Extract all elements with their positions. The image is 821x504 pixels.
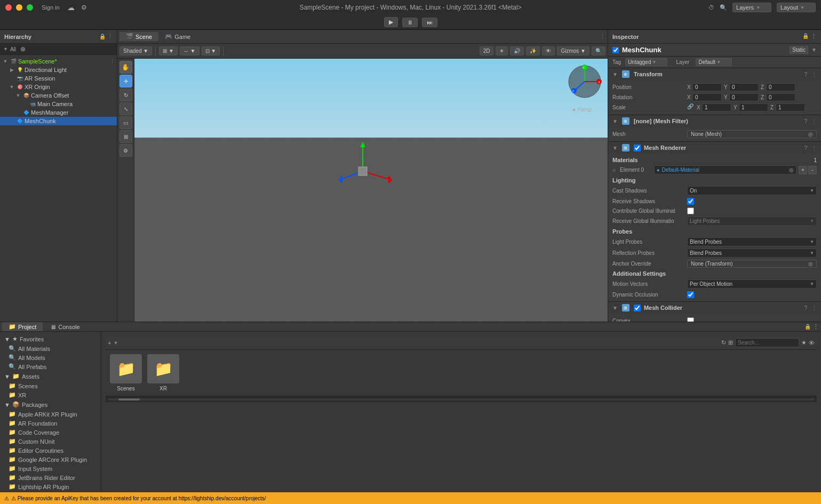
scene-tab[interactable]: 🎬 Scene (119, 32, 158, 41)
minimize-button[interactable] (16, 4, 22, 11)
eye-icon[interactable]: 👁 (809, 340, 815, 346)
mesh-renderer-header[interactable]: ▼ ⊞ Mesh Renderer ? ⋮ (608, 142, 821, 154)
mesh-value[interactable]: None (Mesh) ◎ (687, 130, 817, 138)
rotation-z-input[interactable] (766, 93, 795, 101)
editor-coroutines-item[interactable]: 📁 Editor Coroutines (0, 446, 101, 455)
input-system-item[interactable]: 📁 Input System (0, 464, 101, 473)
anchor-override-value[interactable]: None (Transform) ◎ (687, 260, 817, 268)
lock-icon[interactable]: 🔒 (802, 33, 809, 40)
play-button[interactable]: ▶ (384, 17, 398, 27)
settings-icon[interactable]: ⋮ (811, 305, 817, 311)
element0-value[interactable]: ● Default-Material ◎ (654, 165, 796, 174)
refresh-icon[interactable]: ↻ (721, 339, 726, 346)
assets-group[interactable]: ▼ 📁 Assets (0, 371, 101, 381)
search-scene[interactable]: 🔍 (592, 46, 605, 55)
favorites-group[interactable]: ▼ ★ Favorites (0, 334, 101, 344)
lock-icon[interactable]: 🔒 (99, 34, 106, 39)
position-z-input[interactable] (766, 83, 795, 91)
search-icon[interactable]: 🔍 (720, 4, 727, 11)
all-label[interactable]: All (10, 46, 16, 52)
scale-y-input[interactable] (739, 103, 768, 111)
static-dropdown[interactable]: ▼ (811, 47, 817, 53)
xr-item[interactable]: 📁 XR (0, 390, 101, 399)
reflection-probes-dropdown[interactable]: Blend Probes ▼ (687, 249, 817, 258)
more-icon[interactable]: ⋮ (811, 33, 817, 40)
light-probes-dropdown[interactable]: Blend Probes ▼ (687, 237, 817, 246)
more-icon[interactable]: ⋮ (813, 323, 819, 330)
scene-viewport[interactable]: ✋ ✛ ↻ ⤡ ▭ ⊞ ⚙ (117, 59, 608, 322)
mesh-collider-toggle[interactable] (634, 305, 641, 311)
game-tab[interactable]: 🎮 Game (158, 32, 197, 41)
dynamic-occlusion-checkbox[interactable] (687, 291, 694, 298)
toggle-2d[interactable]: 2D (480, 46, 494, 55)
contribute-gi-checkbox[interactable] (687, 207, 694, 214)
static-button[interactable]: Static (790, 46, 808, 54)
add-icon[interactable]: + (108, 340, 111, 346)
tag-dropdown[interactable]: Untagged ▼ (625, 58, 667, 66)
hierarchy-item-samplescene[interactable]: ▼ 🎬 SampleScene* ⋮ (0, 57, 117, 66)
assets-scrollbar[interactable] (106, 396, 817, 402)
transform-header[interactable]: ▼ ⊕ Transform ? ⋮ (608, 68, 821, 80)
hierarchy-item-cameraoffset[interactable]: ▼ 📦 Camera Offset (0, 91, 117, 100)
gizmos-dropdown[interactable]: Gizmos ▼ (557, 46, 589, 55)
all-prefabs-item[interactable]: 🔍 All Prefabs (0, 362, 101, 371)
scenes-item[interactable]: 📁 Scenes (0, 381, 101, 390)
scene-visibility[interactable]: 👁 (542, 46, 555, 55)
rotate-tool[interactable]: ↻ (119, 89, 132, 101)
filter-icon[interactable]: ⊞ (728, 339, 733, 346)
add-hierarchy-icon[interactable]: ⊕ (20, 45, 26, 53)
maximize-button[interactable] (27, 4, 33, 11)
audio-toggle[interactable]: 🔊 (510, 46, 524, 55)
code-coverage-item[interactable]: 📁 Code Coverage (0, 428, 101, 437)
lightship-item[interactable]: 📁 Lightship AR Plugin (0, 482, 101, 491)
xr-folder-item[interactable]: 📁 XR (147, 354, 179, 391)
transform-tool[interactable]: ⊞ (119, 130, 132, 143)
ar-foundation-item[interactable]: 📁 AR Foundation (0, 419, 101, 428)
scene-gizmo[interactable]: Y X Z (566, 63, 603, 101)
receive-gi-dropdown[interactable]: Light Probes ▼ (687, 217, 817, 226)
settings-icon[interactable]: ⚙ (81, 4, 87, 11)
fx-toggle[interactable]: ✨ (526, 46, 540, 55)
question-icon[interactable]: ? (804, 145, 807, 151)
transform-tools[interactable]: ⊞ ▼ (159, 46, 178, 55)
all-materials-item[interactable]: 🔍 All Materials (0, 344, 101, 353)
lighting-toggle[interactable]: ☀ (496, 46, 508, 55)
lock-icon[interactable]: 🔒 (804, 324, 811, 330)
jetbrains-item[interactable]: 📁 JetBrains Rider Editor (0, 473, 101, 482)
remove-mat-button[interactable]: - (808, 166, 817, 174)
motion-vectors-dropdown[interactable]: Per Object Motion ▼ (687, 279, 817, 289)
snap-tools[interactable]: ⊡ ▼ (202, 46, 220, 55)
rect-tool[interactable]: ▭ (119, 116, 132, 129)
all-models-item[interactable]: 🔍 All Models (0, 353, 101, 362)
mesh-renderer-toggle[interactable] (634, 145, 641, 151)
rotation-y-input[interactable] (729, 93, 759, 101)
close-button[interactable] (5, 4, 12, 11)
hierarchy-item-xrorigin[interactable]: ▼ 🎯 XR Origin (0, 83, 117, 91)
scroll-thumb[interactable] (118, 398, 140, 401)
move-tool[interactable]: ✛ (119, 75, 132, 87)
custom-nunit-item[interactable]: 📁 Custom NUnit (0, 437, 101, 446)
cast-shadows-dropdown[interactable]: On ▼ (687, 186, 817, 195)
add-mat-button[interactable]: + (799, 166, 807, 174)
mesh-collider-header[interactable]: ▼ ⊞ Mesh Collider ? ⋮ (608, 302, 821, 314)
settings-icon[interactable]: ⋮ (811, 71, 817, 77)
settings-icon[interactable]: ⋮ (811, 118, 817, 124)
console-tab[interactable]: 🖥 Console (44, 322, 86, 331)
position-x-input[interactable] (692, 83, 722, 91)
question-icon[interactable]: ? (804, 71, 807, 77)
custom-tool[interactable]: ⚙ (119, 144, 132, 157)
more-icon[interactable]: ⋮ (108, 34, 113, 39)
layout-dropdown[interactable]: Layout ▼ (777, 3, 816, 12)
question-icon[interactable]: ? (804, 118, 807, 124)
cloud-icon[interactable]: ☁ (67, 3, 75, 12)
history-icon[interactable]: ⏱ (708, 4, 714, 11)
star-icon[interactable]: ★ (801, 339, 807, 346)
google-arcore-item[interactable]: 📁 Google ARCore XR Plugin (0, 455, 101, 464)
project-tab[interactable]: 📁 Project (2, 322, 43, 331)
scale-tool[interactable]: ⤡ (119, 102, 132, 115)
rotation-x-input[interactable] (692, 93, 722, 101)
scale-lock-icon[interactable]: 🔗 (687, 103, 694, 111)
gizmo-tools[interactable]: ↔ ▼ (180, 46, 200, 55)
hierarchy-item-arsession[interactable]: 📷 AR Session (0, 74, 117, 83)
step-button[interactable]: ⏭ (422, 18, 437, 27)
